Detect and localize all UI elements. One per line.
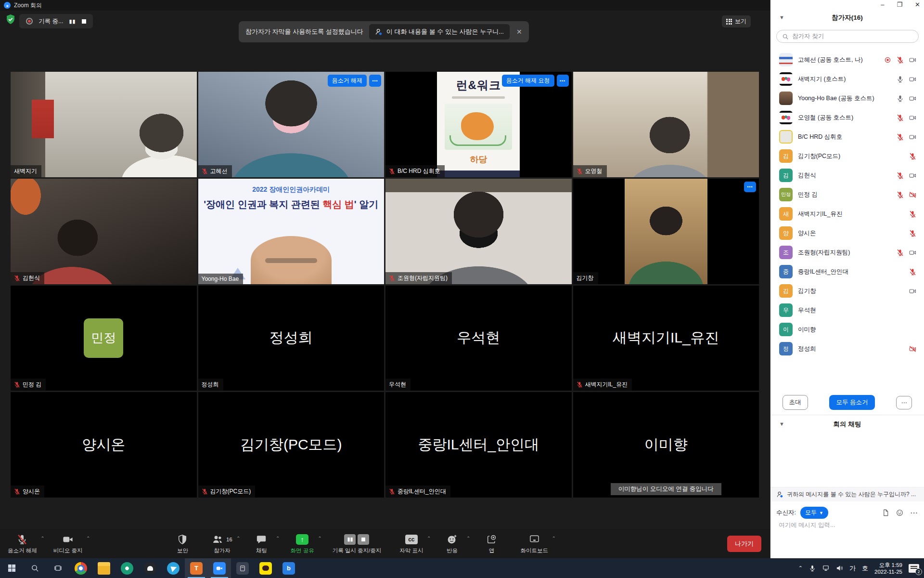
taskbar-orange-app-button[interactable]: T: [185, 558, 208, 578]
video-tile-lee-mi-hyang[interactable]: 이미향이미향님이 오디오에 연결 중입니다: [573, 392, 759, 498]
chevron-up-icon[interactable]: ⌃: [86, 536, 90, 541]
toolbar-share-screen-button[interactable]: ↑화면 공유⌃: [290, 533, 314, 554]
taskbar-blue-app-button[interactable]: b: [277, 558, 300, 578]
chevron-up-icon[interactable]: ⌃: [40, 536, 44, 541]
taskbar-dark-app-button[interactable]: [139, 558, 162, 578]
tile-more-button[interactable]: ⋯: [557, 75, 569, 87]
toolbar-security-button[interactable]: 보안: [172, 533, 193, 554]
taskbar-task-view-button[interactable]: [46, 558, 69, 578]
tray-mic-icon[interactable]: [809, 565, 816, 572]
pause-recording-button[interactable]: ▮▮: [69, 18, 76, 25]
ime-mode-indicator[interactable]: 호: [862, 564, 868, 573]
video-tile-woo-seok-hyun[interactable]: 우석현우석현: [385, 286, 572, 391]
chevron-up-icon[interactable]: ⌃: [276, 536, 280, 541]
participant-row[interactable]: 정정성희: [770, 339, 924, 358]
leave-button[interactable]: 나가기: [727, 536, 761, 552]
tray-volume-icon[interactable]: [836, 565, 843, 572]
participant-row[interactable]: 양양시온: [770, 223, 924, 243]
taskbar-zoom-app-button[interactable]: [208, 558, 231, 578]
toolbar-reactions-button[interactable]: 반응⌃: [441, 533, 462, 554]
tile-more-button[interactable]: ⋯: [369, 75, 381, 87]
video-tile-saebyeokjigi-il-yujin[interactable]: 새벽지기IL_유진새벽지기IL_유진: [573, 286, 759, 391]
invite-button[interactable]: 초대: [783, 395, 808, 410]
video-nametag: 김기창: [573, 272, 598, 284]
taskbar-telegram-button[interactable]: [162, 558, 185, 578]
tray-chevron-up-icon[interactable]: ⌃: [798, 565, 803, 571]
tile-unmute-button[interactable]: 음소거 해제: [328, 75, 367, 87]
participant-row[interactable]: 김김헌식: [770, 166, 924, 185]
participant-row[interactable]: 중중랑IL센터_안인대: [770, 262, 924, 281]
emoji-icon[interactable]: [896, 509, 903, 516]
video-tile-minjeong-kim[interactable]: 민정민정 김: [11, 286, 197, 391]
toolbar-whiteboard-button[interactable]: 화이트보드⌃: [520, 533, 548, 554]
toolbar-unmute-button[interactable]: 음소거 해제⌃: [8, 533, 37, 554]
banner-close-icon[interactable]: ✕: [516, 28, 522, 36]
tile-more-button[interactable]: ⋯: [744, 182, 756, 192]
chat-privacy-notice[interactable]: 귀하의 메시지를 볼 수 있는 사람은 누구입니까? ...: [770, 487, 924, 501]
chat-message-input[interactable]: 여기에 메시지 입력...: [779, 521, 835, 529]
taskbar-calculator-button[interactable]: [231, 558, 254, 578]
participant-row[interactable]: 새새벽지기IL_유진: [770, 204, 924, 223]
participant-row[interactable]: Yoong-Ho Bae (공동 호스트): [770, 89, 924, 108]
participant-search-input[interactable]: 참가자 찾기: [776, 30, 919, 43]
video-tile-oh-young-chul[interactable]: 오영철: [573, 72, 759, 177]
video-tile-kim-gi-chang-pc[interactable]: 김기창(PC모드)김기창(PC모드): [198, 392, 385, 498]
video-tile-jungnang-il-center[interactable]: 중랑IL센터_안인대중랑IL센터_안인대: [385, 392, 572, 498]
taskbar-start-button[interactable]: [0, 558, 23, 578]
participant-row[interactable]: 조조원형(자립지원팀): [770, 243, 924, 262]
minimize-button[interactable]: –: [881, 1, 884, 8]
chevron-up-icon[interactable]: ⌃: [552, 536, 556, 541]
participant-row[interactable]: 김김기창: [770, 281, 924, 301]
tray-network-icon[interactable]: [822, 565, 830, 572]
taskbar-file-explorer-button[interactable]: [92, 558, 116, 578]
taskbar-kakaotalk-button[interactable]: [254, 558, 277, 578]
toolbar-captions-button[interactable]: cc자막 표시⌃: [399, 533, 423, 554]
mute-all-button[interactable]: 모두 음소거: [829, 395, 875, 410]
chevron-up-icon[interactable]: ⌃: [466, 536, 470, 541]
tile-unmute-button[interactable]: 음소거 해제 요청: [502, 75, 554, 87]
participant-row[interactable]: 이이미향: [770, 320, 924, 339]
toolbar-participants-button[interactable]: 16참가자⌃: [211, 533, 232, 554]
chat-more-icon[interactable]: ⋯: [910, 508, 918, 517]
recipient-dropdown[interactable]: 모두 ▼: [800, 507, 828, 519]
chevron-up-icon[interactable]: ⌃: [427, 536, 431, 541]
taskbar-chrome-button[interactable]: [69, 558, 92, 578]
security-shield-icon[interactable]: [5, 13, 16, 25]
close-button[interactable]: ✕: [915, 1, 920, 8]
video-tile-yoong-ho-bae[interactable]: 2022 장애인인권아카데미'장애인 인권과 복지 관련된 핵심 법' 알기Yo…: [198, 179, 385, 284]
pause-recording-icon[interactable]: ▮▮: [344, 534, 356, 545]
file-attach-icon[interactable]: [882, 509, 889, 516]
view-button[interactable]: 보기: [722, 15, 751, 27]
participant-row[interactable]: 오영철 (공동 호스트): [770, 108, 924, 127]
video-tile-jo-won-hyung[interactable]: 조원형(자립지원팀): [385, 179, 572, 284]
video-tile-ko-hye-sun[interactable]: 음소거 해제⋯고혜선: [198, 72, 385, 177]
participant-row[interactable]: 김김기창(PC모드): [770, 146, 924, 166]
video-tile-jung-sung-hee[interactable]: 정성희정성희: [198, 286, 385, 391]
toolbar-record-pause-stop-button[interactable]: ▮▮기록 일시 중지/중지: [333, 533, 382, 554]
participant-row[interactable]: 새벽지기 (호스트): [770, 69, 924, 89]
participant-row[interactable]: 민정민정 김: [770, 185, 924, 204]
restore-button[interactable]: ❐: [897, 1, 902, 8]
video-tile-saebyeokjigi[interactable]: 새벽지기: [11, 72, 197, 177]
participant-row[interactable]: 고혜선 (공동 호스트, 나): [770, 50, 924, 69]
stop-recording-button[interactable]: [82, 19, 86, 24]
ime-korean-indicator[interactable]: 가: [849, 564, 856, 573]
toolbar-stop-video-button[interactable]: 비디오 중지⌃: [53, 533, 83, 554]
notification-center-icon[interactable]: 2: [909, 564, 919, 573]
more-options-button[interactable]: ⋯: [896, 396, 912, 409]
taskbar-browser-button[interactable]: [116, 558, 139, 578]
taskbar-clock[interactable]: 오후 1:59 2022-11-25: [874, 562, 902, 575]
video-tile-kim-gi-chang-video[interactable]: ⋯김기창: [573, 179, 759, 284]
stop-recording-icon[interactable]: [358, 534, 369, 545]
video-tile-bc-hrd-simhwiho[interactable]: 런&워크하당음소거 해제 요청⋯B/C HRD 심휘호: [385, 72, 572, 177]
toolbar-apps-button[interactable]: 앱: [481, 533, 502, 554]
video-tile-kim-heon-sik[interactable]: 김헌식: [11, 179, 197, 284]
participant-row[interactable]: B/C HRD 심휘호: [770, 127, 924, 146]
video-tile-yang-si-on[interactable]: 양시온양시온: [11, 392, 197, 498]
chevron-up-icon[interactable]: ⌃: [318, 536, 321, 541]
caption-privacy-link[interactable]: 이 대화 내용을 볼 수 있는 사람은 누구니...: [369, 24, 510, 39]
toolbar-chat-button[interactable]: 채팅⌃: [251, 533, 272, 554]
participant-row[interactable]: 우우석현: [770, 301, 924, 320]
chevron-up-icon[interactable]: ⌃: [236, 536, 240, 541]
taskbar-search-button[interactable]: [23, 558, 46, 578]
